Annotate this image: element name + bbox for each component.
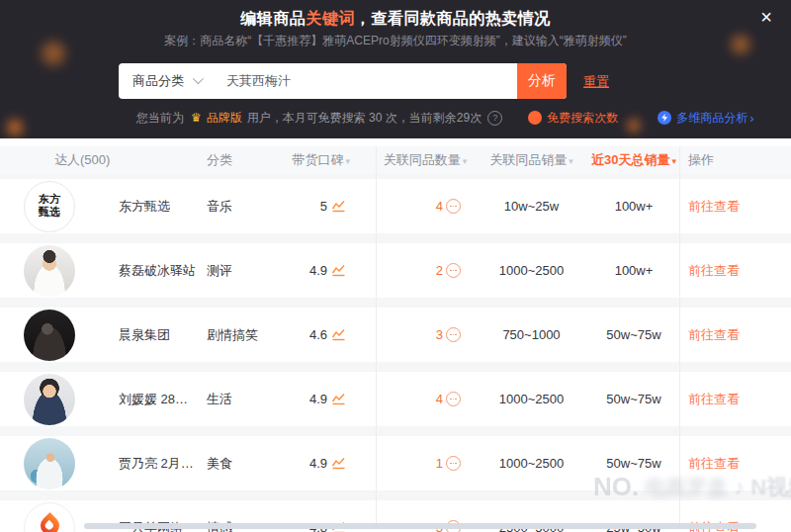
- reputation-cell: 4.6: [272, 327, 376, 342]
- sort-caret-icon: ▾: [345, 156, 350, 166]
- related-count-cell: 1: [376, 456, 475, 471]
- related-count-cell: 3: [376, 327, 475, 342]
- go-view-link[interactable]: 前往查看: [688, 327, 740, 342]
- quota-prefix: 您当前为: [136, 110, 184, 127]
- related-sales-cell: 1000~2500: [475, 456, 588, 471]
- quota-detail: 用户，本月可免费搜索 30 次，当前剩余29次: [247, 110, 482, 127]
- horizontal-scrollbar-thumb[interactable]: [84, 523, 756, 529]
- circle-ellipsis-icon[interactable]: [446, 392, 461, 406]
- multi-analysis-link[interactable]: 多维商品分析 ›: [658, 110, 753, 127]
- avatar[interactable]: [24, 310, 75, 361]
- circle-ellipsis-icon[interactable]: [446, 199, 461, 214]
- reputation-value: 4.9: [309, 263, 327, 278]
- creator-name[interactable]: 晨泉集团: [119, 326, 170, 344]
- reputation-value: 4.9: [309, 456, 327, 471]
- sort-caret-icon: ▾: [463, 156, 468, 166]
- table-row: 东方甄选东方甄选 音乐 5 4 10w~25w 100w+ 前往查看: [0, 179, 791, 243]
- circle-ellipsis-icon[interactable]: [446, 456, 461, 471]
- total-sales-cell: 100w+: [588, 263, 679, 278]
- category-cell: 测评: [203, 262, 272, 280]
- reputation-cell: 5: [272, 199, 376, 214]
- related-count-cell: 4: [376, 392, 475, 406]
- reset-link[interactable]: 重置: [583, 73, 609, 91]
- related-count-cell: 4: [376, 199, 475, 214]
- close-icon[interactable]: ×: [753, 4, 779, 30]
- avatar[interactable]: [24, 245, 75, 297]
- chevron-down-icon: [193, 72, 204, 83]
- category-cell: 剧情搞笑: [203, 326, 272, 344]
- trend-chart-icon[interactable]: [331, 457, 346, 470]
- arrow-right-icon: ›: [749, 111, 753, 126]
- analyze-button[interactable]: 分析: [517, 63, 567, 99]
- total-sales-cell: 100w+: [588, 199, 679, 214]
- help-icon[interactable]: ?: [487, 111, 502, 126]
- col-related-sales[interactable]: 关联同品销量▾: [475, 151, 588, 169]
- col-related-count[interactable]: 关联同品数量▾: [376, 151, 475, 169]
- creator-name[interactable]: 东方甄选: [119, 198, 170, 216]
- column-divider: [679, 146, 680, 528]
- reputation-value: 4.9: [309, 392, 327, 406]
- col-total-sales[interactable]: 近30天总销量▾: [588, 151, 679, 169]
- reputation-cell: 4.9: [272, 392, 376, 406]
- related-sales-cell: 1000~2500: [475, 263, 588, 278]
- category-dropdown[interactable]: 商品分类: [119, 72, 201, 90]
- go-view-link[interactable]: 前往查看: [688, 392, 740, 406]
- circle-ellipsis-icon[interactable]: [446, 327, 461, 342]
- sort-caret-icon: ▾: [671, 156, 676, 166]
- avatar[interactable]: [24, 438, 75, 489]
- col-category: 分类: [203, 151, 272, 169]
- modal-subtitle: 案例：商品名称“【千惠推荐】雅萌ACEPro射频仪四环变频射频”，建议输入“雅萌…: [0, 33, 791, 49]
- free-search-label: 免费搜索次数: [547, 110, 618, 127]
- table-row: 刘媛媛 28号早8点HBN... 生活 4.9 4 1000~2500 50w~…: [0, 372, 791, 436]
- col-reputation[interactable]: 带货口碑▾: [272, 151, 376, 169]
- reputation-cell: 4.9: [272, 263, 376, 278]
- reputation-value: 4.6: [309, 327, 327, 342]
- quota-bar: 您当前为 ♛ 品牌版 用户，本月可免费搜索 30 次，当前剩余29次 ? + 免…: [136, 109, 753, 127]
- title-highlight: 关键词: [306, 10, 355, 27]
- related-count-value: 2: [436, 263, 443, 278]
- table-row: 贾乃亮 2月28日国际大... 美食 4.9 1 1000~2500 50w~7…: [0, 436, 791, 500]
- trend-chart-icon[interactable]: [331, 328, 346, 341]
- avatar[interactable]: [24, 374, 75, 425]
- plus-icon: +: [528, 111, 542, 125]
- avatar[interactable]: 东方甄选: [24, 181, 75, 232]
- related-count-value: 1: [436, 456, 443, 471]
- multi-analysis-label: 多维商品分析: [676, 110, 747, 127]
- plan-badge: 品牌版: [207, 110, 242, 127]
- creator-name[interactable]: 蔡磊破冰驿站: [119, 262, 196, 280]
- creator-name[interactable]: 刘媛媛 28号早8点HBN...: [119, 391, 198, 408]
- related-sales-cell: 750~1000: [475, 327, 588, 342]
- table-body: 东方甄选东方甄选 音乐 5 4 10w~25w 100w+ 前往查看 蔡磊破冰驿…: [0, 174, 791, 532]
- trend-chart-icon[interactable]: [331, 393, 346, 405]
- creator-name[interactable]: 贾乃亮 2月28日国际大...: [119, 455, 198, 473]
- table-row: 晨泉集团 剧情搞笑 4.6 3 750~1000 50w~75w 前往查看: [0, 308, 791, 372]
- trend-chart-icon[interactable]: [331, 264, 346, 277]
- related-count-value: 4: [436, 199, 443, 214]
- related-sales-cell: 10w~25w: [475, 199, 588, 214]
- category-cell: 音乐: [203, 198, 272, 216]
- go-view-link[interactable]: 前往查看: [688, 263, 740, 278]
- modal-title: 编辑商品关键词，查看同款商品的热卖情况: [0, 9, 791, 30]
- sort-caret-icon: ▾: [569, 156, 573, 166]
- glow-decoration: [2, 115, 28, 138]
- trend-chart-icon[interactable]: [331, 200, 346, 213]
- keyword-input[interactable]: 天萁西梅汁: [226, 72, 517, 90]
- avatar[interactable]: [24, 502, 75, 532]
- category-cell: 生活: [203, 391, 272, 408]
- table-row: 蔡磊破冰驿站 测评 4.9 2 1000~2500 100w+ 前往查看: [0, 243, 791, 308]
- column-divider: [376, 146, 377, 528]
- creator-table: 达人(500) 分类 带货口碑▾ 关联同品数量▾ 关联同品销量▾ 近30天总销量…: [0, 138, 791, 532]
- go-view-link[interactable]: 前往查看: [688, 199, 740, 214]
- flame-logo-icon: [37, 512, 63, 532]
- go-view-link[interactable]: 前往查看: [688, 456, 740, 471]
- table-header: 达人(500) 分类 带货口碑▾ 关联同品数量▾ 关联同品销量▾ 近30天总销量…: [0, 146, 791, 174]
- reputation-cell: 4.9: [272, 456, 376, 471]
- crown-icon: ♛: [191, 111, 202, 125]
- circle-ellipsis-icon[interactable]: [446, 263, 461, 278]
- col-creator: 达人(500): [0, 151, 203, 169]
- total-sales-cell: 50w~75w: [588, 392, 679, 406]
- modal-header: 编辑商品关键词，查看同款商品的热卖情况 案例：商品名称“【千惠推荐】雅萌ACEP…: [0, 0, 791, 138]
- free-search-link[interactable]: + 免费搜索次数: [528, 110, 618, 127]
- search-bar: 商品分类 天萁西梅汁 分析: [119, 63, 567, 99]
- lightning-icon: [658, 111, 671, 125]
